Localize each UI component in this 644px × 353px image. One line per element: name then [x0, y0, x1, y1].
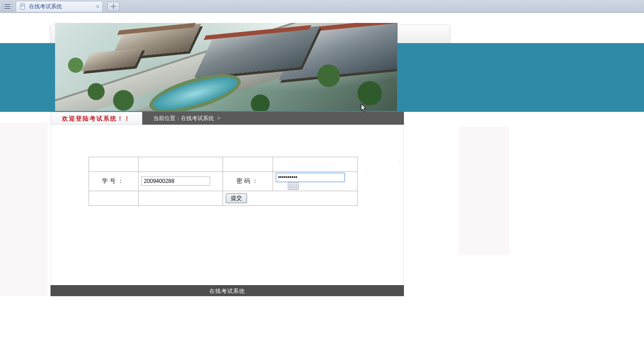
table-cell — [139, 191, 223, 205]
main-content: ˉ ˉ ˉ . . ˉ 学号： 密码： — [50, 125, 404, 285]
table-cell — [89, 191, 139, 205]
decorative-panel — [459, 127, 510, 255]
breadcrumb-current: 在线考试系统 — [181, 115, 214, 121]
new-tab-button[interactable] — [107, 2, 119, 11]
tab-close-icon[interactable]: × — [96, 3, 100, 10]
svg-rect-6 — [22, 6, 23, 7]
password-input[interactable] — [276, 173, 345, 182]
welcome-banner: 欢迎登陆考试系统！！ — [50, 112, 142, 125]
svg-rect-1 — [4, 6, 11, 6]
svg-rect-2 — [4, 8, 11, 9]
tab-title: 在线考试系统 — [29, 3, 62, 11]
table-header-cell — [273, 157, 357, 172]
svg-rect-0 — [4, 4, 11, 5]
table-header-cell — [89, 157, 139, 172]
browser-tab[interactable]: 在线考试系统 × — [16, 1, 103, 12]
page-icon — [20, 3, 26, 10]
decorative-panel — [0, 123, 48, 296]
svg-rect-4 — [22, 5, 24, 6]
browser-tab-bar: 在线考试系统 × — [0, 0, 644, 13]
sidebar-toggle-icon[interactable] — [3, 2, 12, 11]
decorative-artifact: ˉ ˉ ˉ — [331, 163, 341, 168]
decorative-artifact: . . — [367, 169, 372, 174]
student-id-input[interactable] — [141, 176, 210, 186]
breadcrumb: 当前位置：在线考试系统 > — [142, 112, 404, 125]
breadcrumb-prefix: 当前位置： — [153, 115, 181, 121]
chevron-right-icon: > — [215, 115, 220, 121]
student-id-label: 学号： — [89, 172, 139, 191]
footer: 在线考试系统 — [50, 285, 404, 296]
svg-rect-5 — [22, 6, 24, 6]
login-form-table: 学号： 密码： 提交 — [89, 157, 358, 206]
mouse-cursor-icon — [361, 104, 367, 113]
password-label: 密码： — [223, 172, 273, 191]
table-header-cell — [223, 157, 273, 172]
hero-image — [55, 23, 398, 111]
hero-banner — [0, 43, 644, 112]
submit-button[interactable]: 提交 — [226, 193, 247, 203]
table-header-cell — [139, 157, 223, 172]
virtual-keyboard-icon[interactable] — [288, 182, 299, 190]
decorative-artifact: ˉ — [397, 161, 401, 167]
